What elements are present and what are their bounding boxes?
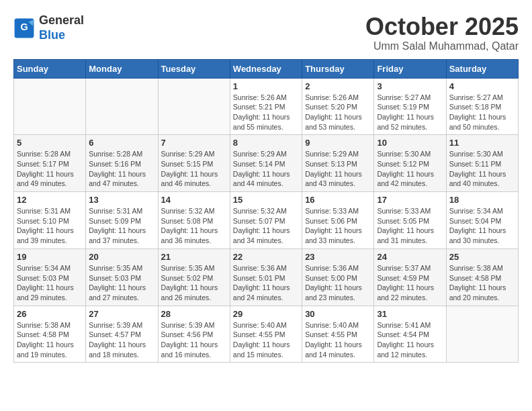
day-number: 23 xyxy=(305,252,371,262)
day-info: Sunrise: 5:29 AM Sunset: 5:14 PM Dayligh… xyxy=(233,149,299,189)
calendar-cell: 4Sunrise: 5:27 AM Sunset: 5:18 PM Daylig… xyxy=(446,78,518,135)
day-number: 13 xyxy=(89,195,154,205)
day-info: Sunrise: 5:33 AM Sunset: 5:05 PM Dayligh… xyxy=(377,206,443,246)
calendar-cell: 8Sunrise: 5:29 AM Sunset: 5:14 PM Daylig… xyxy=(230,135,302,192)
day-info: Sunrise: 5:38 AM Sunset: 4:58 PM Dayligh… xyxy=(17,320,83,360)
calendar-cell: 24Sunrise: 5:37 AM Sunset: 4:59 PM Dayli… xyxy=(374,248,446,306)
day-number: 1 xyxy=(233,81,299,91)
day-info: Sunrise: 5:27 AM Sunset: 5:18 PM Dayligh… xyxy=(449,93,515,132)
day-number: 3 xyxy=(377,81,443,91)
calendar-cell: 14Sunrise: 5:32 AM Sunset: 5:08 PM Dayli… xyxy=(158,192,230,249)
day-number: 21 xyxy=(161,252,227,262)
week-row-3: 12Sunrise: 5:31 AM Sunset: 5:10 PM Dayli… xyxy=(14,192,519,249)
calendar-cell: 21Sunrise: 5:35 AM Sunset: 5:02 PM Dayli… xyxy=(158,248,230,306)
week-row-2: 5Sunrise: 5:28 AM Sunset: 5:17 PM Daylig… xyxy=(14,135,519,192)
calendar-table: SundayMondayTuesdayWednesdayThursdayFrid… xyxy=(13,59,519,363)
day-info: Sunrise: 5:32 AM Sunset: 5:08 PM Dayligh… xyxy=(161,206,227,246)
day-info: Sunrise: 5:41 AM Sunset: 4:54 PM Dayligh… xyxy=(377,320,443,360)
day-number: 9 xyxy=(305,138,371,148)
day-info: Sunrise: 5:36 AM Sunset: 5:00 PM Dayligh… xyxy=(305,263,371,303)
calendar-cell: 16Sunrise: 5:33 AM Sunset: 5:06 PM Dayli… xyxy=(302,192,374,249)
logo-general: General xyxy=(39,13,84,27)
day-number: 5 xyxy=(17,138,83,148)
header-tuesday: Tuesday xyxy=(158,59,230,78)
day-number: 17 xyxy=(377,195,443,205)
day-number: 27 xyxy=(89,309,154,319)
day-number: 25 xyxy=(449,252,515,262)
calendar-cell xyxy=(14,78,86,135)
calendar-cell: 9Sunrise: 5:29 AM Sunset: 5:13 PM Daylig… xyxy=(302,135,374,192)
week-row-4: 19Sunrise: 5:34 AM Sunset: 5:03 PM Dayli… xyxy=(14,248,519,306)
calendar-cell: 18Sunrise: 5:34 AM Sunset: 5:04 PM Dayli… xyxy=(446,192,518,249)
day-number: 8 xyxy=(233,138,299,148)
day-number: 29 xyxy=(233,309,299,319)
day-number: 6 xyxy=(89,138,154,148)
day-number: 11 xyxy=(449,138,515,148)
day-info: Sunrise: 5:40 AM Sunset: 4:55 PM Dayligh… xyxy=(305,320,371,360)
calendar-cell: 13Sunrise: 5:31 AM Sunset: 5:09 PM Dayli… xyxy=(86,192,158,249)
header-monday: Monday xyxy=(86,59,158,78)
day-info: Sunrise: 5:36 AM Sunset: 5:01 PM Dayligh… xyxy=(233,263,299,303)
day-number: 16 xyxy=(305,195,371,205)
calendar-cell: 29Sunrise: 5:40 AM Sunset: 4:55 PM Dayli… xyxy=(230,306,302,363)
calendar-cell: 11Sunrise: 5:30 AM Sunset: 5:11 PM Dayli… xyxy=(446,135,518,192)
day-number: 28 xyxy=(161,309,227,319)
calendar-header-row: SundayMondayTuesdayWednesdayThursdayFrid… xyxy=(14,59,519,78)
calendar-cell: 23Sunrise: 5:36 AM Sunset: 5:00 PM Dayli… xyxy=(302,248,374,306)
day-info: Sunrise: 5:26 AM Sunset: 5:20 PM Dayligh… xyxy=(305,93,371,132)
day-number: 18 xyxy=(449,195,515,205)
calendar-cell: 19Sunrise: 5:34 AM Sunset: 5:03 PM Dayli… xyxy=(14,248,86,306)
header-wednesday: Wednesday xyxy=(230,59,302,78)
calendar-cell: 1Sunrise: 5:26 AM Sunset: 5:21 PM Daylig… xyxy=(230,78,302,135)
day-number: 2 xyxy=(305,81,371,91)
location-title: Umm Salal Muhammad, Qatar xyxy=(365,40,519,52)
calendar-cell: 5Sunrise: 5:28 AM Sunset: 5:17 PM Daylig… xyxy=(14,135,86,192)
day-number: 30 xyxy=(305,309,371,319)
calendar-cell: 6Sunrise: 5:28 AM Sunset: 5:16 PM Daylig… xyxy=(86,135,158,192)
day-number: 24 xyxy=(377,252,443,262)
header-thursday: Thursday xyxy=(302,59,374,78)
calendar-cell xyxy=(86,78,158,135)
day-info: Sunrise: 5:30 AM Sunset: 5:12 PM Dayligh… xyxy=(377,149,443,189)
calendar-cell: 28Sunrise: 5:39 AM Sunset: 4:56 PM Dayli… xyxy=(158,306,230,363)
header-saturday: Saturday xyxy=(446,59,518,78)
header-sunday: Sunday xyxy=(14,59,86,78)
day-info: Sunrise: 5:37 AM Sunset: 4:59 PM Dayligh… xyxy=(377,263,443,303)
calendar-cell: 31Sunrise: 5:41 AM Sunset: 4:54 PM Dayli… xyxy=(374,306,446,363)
calendar-cell xyxy=(158,78,230,135)
week-row-5: 26Sunrise: 5:38 AM Sunset: 4:58 PM Dayli… xyxy=(14,306,519,363)
logo: G General Blue xyxy=(13,13,84,42)
calendar-cell: 10Sunrise: 5:30 AM Sunset: 5:12 PM Dayli… xyxy=(374,135,446,192)
calendar-cell: 7Sunrise: 5:29 AM Sunset: 5:15 PM Daylig… xyxy=(158,135,230,192)
title-block: October 2025 Umm Salal Muhammad, Qatar xyxy=(365,13,519,52)
svg-text:G: G xyxy=(20,21,28,32)
calendar-cell: 17Sunrise: 5:33 AM Sunset: 5:05 PM Dayli… xyxy=(374,192,446,249)
day-number: 14 xyxy=(161,195,227,205)
day-info: Sunrise: 5:31 AM Sunset: 5:10 PM Dayligh… xyxy=(17,206,83,246)
calendar-cell: 27Sunrise: 5:39 AM Sunset: 4:57 PM Dayli… xyxy=(86,306,158,363)
logo-icon: G xyxy=(13,17,35,39)
month-title: October 2025 xyxy=(365,13,519,40)
page-header: G General Blue October 2025 Umm Salal Mu… xyxy=(13,13,519,52)
day-info: Sunrise: 5:40 AM Sunset: 4:55 PM Dayligh… xyxy=(233,320,299,360)
day-info: Sunrise: 5:29 AM Sunset: 5:13 PM Dayligh… xyxy=(305,149,371,189)
calendar-cell: 2Sunrise: 5:26 AM Sunset: 5:20 PM Daylig… xyxy=(302,78,374,135)
day-number: 4 xyxy=(449,81,515,91)
calendar-cell: 20Sunrise: 5:35 AM Sunset: 5:03 PM Dayli… xyxy=(86,248,158,306)
day-info: Sunrise: 5:27 AM Sunset: 5:19 PM Dayligh… xyxy=(377,93,443,132)
day-number: 22 xyxy=(233,252,299,262)
day-info: Sunrise: 5:29 AM Sunset: 5:15 PM Dayligh… xyxy=(161,149,227,189)
day-info: Sunrise: 5:28 AM Sunset: 5:17 PM Dayligh… xyxy=(17,149,83,189)
calendar-cell: 25Sunrise: 5:38 AM Sunset: 4:58 PM Dayli… xyxy=(446,248,518,306)
week-row-1: 1Sunrise: 5:26 AM Sunset: 5:21 PM Daylig… xyxy=(14,78,519,135)
header-friday: Friday xyxy=(374,59,446,78)
day-info: Sunrise: 5:35 AM Sunset: 5:03 PM Dayligh… xyxy=(89,263,154,303)
day-info: Sunrise: 5:31 AM Sunset: 5:09 PM Dayligh… xyxy=(89,206,154,246)
day-number: 26 xyxy=(17,309,83,319)
calendar-cell xyxy=(446,306,518,363)
day-info: Sunrise: 5:39 AM Sunset: 4:57 PM Dayligh… xyxy=(89,320,154,360)
day-info: Sunrise: 5:33 AM Sunset: 5:06 PM Dayligh… xyxy=(305,206,371,246)
day-info: Sunrise: 5:38 AM Sunset: 4:58 PM Dayligh… xyxy=(449,263,515,303)
calendar-cell: 3Sunrise: 5:27 AM Sunset: 5:19 PM Daylig… xyxy=(374,78,446,135)
calendar-cell: 15Sunrise: 5:32 AM Sunset: 5:07 PM Dayli… xyxy=(230,192,302,249)
